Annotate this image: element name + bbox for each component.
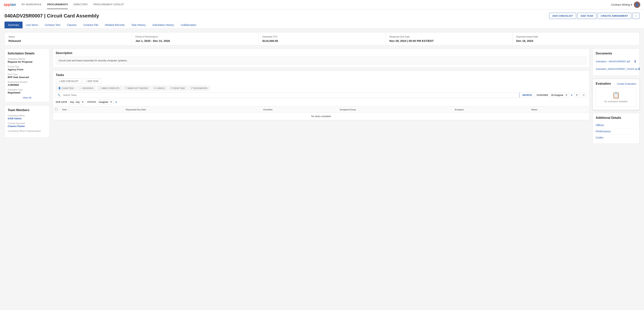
page-header: 040ADV25R0007 | Circuit Card Assembly AD… <box>0 9 644 28</box>
nav-directory[interactable]: DIRECTORY <box>74 0 88 9</box>
main-content: Status Released Period of Performance Ja… <box>0 28 644 147</box>
clear-assignee-icon[interactable]: ✕ <box>570 94 573 97</box>
right-column: Documents Solicitation - 040ADV25R0007.p… <box>592 49 640 144</box>
document-name-1[interactable]: Solicitation - 040ADV25R0007.pdf <box>596 60 630 63</box>
app-logo[interactable]: appian <box>4 2 16 7</box>
contracting-officer-name[interactable]: GAM Admin <box>8 117 46 120</box>
form-type-item: Form Type RFP Sole Sourced <box>8 73 46 79</box>
mark-complete-button[interactable]: ✓ MARK COMPLETE <box>97 86 122 90</box>
description-text: Circuit card and board assembly for secu… <box>56 57 586 64</box>
solicitation-details-card: Solicitation Details Solicitation Method… <box>4 49 50 102</box>
tasks-title: Tasks <box>53 71 589 79</box>
nav-procurements[interactable]: PROCUREMENTS <box>47 0 68 9</box>
avatar-initials: 👤 <box>636 3 638 6</box>
refresh-icon[interactable]: ↺ <box>581 92 586 98</box>
summary-period: Period of Performance Jan 1, 2025 - Dec … <box>132 32 259 45</box>
tab-collaboration[interactable]: Collaboration <box>177 21 200 28</box>
tasks-add-actions: + ADD CHECKLIST + ADD TASK <box>53 79 589 86</box>
response-due-label: Response Due Date <box>389 35 508 38</box>
reassign-icon: ↔ <box>80 87 82 89</box>
tab-related-records[interactable]: Related Records <box>102 21 128 28</box>
award-date-value: Dec 16, 2024 <box>516 39 636 42</box>
claim-task-button[interactable]: 👤 CLAIM TASK <box>56 86 76 90</box>
nav-procurement-copilot[interactable]: PROCUREMENT COPILOT <box>94 0 124 9</box>
task-search-input[interactable] <box>62 93 520 98</box>
page-title: 040ADV25R0007 | Circuit Card Assembly <box>4 13 99 19</box>
mark-not-needed-button[interactable]: ✕ MARK NOT NEEDED <box>123 86 151 90</box>
evaluation-empty: 📋 No evaluation available <box>596 88 636 107</box>
solicitation-type-label: Solicitation Type <box>8 89 46 91</box>
evaluation-title: Evaluation <box>596 82 611 85</box>
select-all-checkbox[interactable] <box>55 108 58 110</box>
form-type-label: Form Type <box>8 73 46 75</box>
status-value: Released <box>8 39 128 42</box>
avatar[interactable]: 👤 <box>634 1 640 8</box>
response-due-value: Nov 29, 2024 | 05:00 PM EST/EDT <box>389 39 508 42</box>
status-select[interactable]: Assigned <box>97 100 114 104</box>
task-col-header[interactable]: Task ↑ <box>60 107 124 113</box>
tab-contract-text[interactable]: Contract Text <box>42 21 64 28</box>
more-actions-button[interactable]: ··· <box>632 13 640 19</box>
create-evaluation-link[interactable]: Create Evaluation <box>617 82 636 85</box>
filter-icon[interactable]: ▼ <box>574 92 580 98</box>
summary-status: Status Released <box>5 32 132 45</box>
contract-specialist-name[interactable]: Charles Parker <box>8 125 46 128</box>
add-task-button[interactable]: ADD TASK <box>577 13 597 19</box>
nav-my-workspace[interactable]: MY WORKSPACE <box>22 0 41 9</box>
contract-specialist-role: Contract Specialist <box>8 122 46 124</box>
download-icon-2[interactable]: ⬇ <box>638 67 640 71</box>
document-item-2: Solicitation_040ADV25R0007_101524.zip ⬇ <box>596 65 636 73</box>
contracting-officer-role: Contracting Officer <box>8 114 46 117</box>
evaluation-empty-text: No evaluation available <box>604 100 628 103</box>
no-tasks-row: No tasks available <box>53 113 589 120</box>
tasks-add-checklist-button[interactable]: + ADD CHECKLIST <box>56 79 81 84</box>
evaluation-empty-icon: 📋 <box>612 92 620 99</box>
assignee-select[interactable]: All Assignee <box>549 93 569 98</box>
page-header-top: 040ADV25R0007 | Circuit Card Assembly AD… <box>4 13 640 19</box>
tcv-value: $110,000.00 <box>262 39 382 42</box>
solicitation-method-item: Solicitation Method Request for Proposal <box>8 58 46 63</box>
description-title: Description <box>53 49 589 55</box>
add-checklist-button[interactable]: ADD CHECKLIST <box>549 13 576 19</box>
additional-details-card: Additional Details Offices Performance C… <box>592 113 640 144</box>
due-date-col-header: Requested Due Date <box>124 107 261 113</box>
requirement-number-value: A1905692 <box>8 83 46 86</box>
header-actions: ADD CHECKLIST ADD TASK CREATE AMENDMENT … <box>549 13 640 19</box>
tab-task-history[interactable]: Task History <box>128 21 149 28</box>
cancel-task-button[interactable]: ⊘ CANCEL <box>152 86 168 90</box>
cor-role: Contracting Officer's Representative <box>8 130 46 132</box>
requirement-number-item: Requirement Number A1905692 <box>8 81 46 86</box>
regenerate-button[interactable]: ↺ REGENERATE <box>188 86 210 90</box>
user-title[interactable]: Contract Writing ▾ <box>611 3 632 6</box>
download-icon-1[interactable]: ⬇ <box>634 60 636 63</box>
assigned-group-col-header: Assigned Group <box>338 107 452 113</box>
description-body: Circuit card and board assembly for secu… <box>53 55 589 67</box>
tasks-add-task-button[interactable]: + ADD TASK <box>83 79 102 84</box>
offices-link[interactable]: Offices <box>596 122 636 128</box>
reassign-button[interactable]: ↔ REASSIGN <box>77 86 96 90</box>
tasks-bar-actions: 👤 CLAIM TASK ↔ REASSIGN ✓ MARK COMPLETE … <box>53 86 589 92</box>
view-all-link[interactable]: View All <box>8 96 46 99</box>
assignee-filter-label: ASSIGNEE <box>536 94 548 96</box>
send-task-button[interactable]: ✉ SEND TASK <box>168 86 187 90</box>
due-date-select[interactable]: Any - Any <box>68 100 85 104</box>
middle-column: Description Circuit card and board assem… <box>52 49 590 144</box>
description-card: Description Circuit card and board assem… <box>52 49 590 67</box>
tab-line-items[interactable]: Line Items <box>22 21 42 28</box>
tab-summary[interactable]: Summary <box>4 21 22 28</box>
performance-link[interactable]: Performance <box>596 128 636 135</box>
task-search-button[interactable]: SEARCH <box>520 93 534 98</box>
top-navigation: appian MY WORKSPACE PROCUREMENTS DIRECTO… <box>0 0 644 9</box>
tab-clauses[interactable]: Clauses <box>64 21 80 28</box>
checkbox-col-header <box>53 107 60 113</box>
task-table: Task ↑ Requested Due Date Checklist Assi… <box>53 106 589 120</box>
document-name-2[interactable]: Solicitation_040ADV25R0007_101524.zip <box>596 68 638 70</box>
send-icon: ✉ <box>171 87 173 89</box>
create-amendment-button[interactable]: CREATE AMENDMENT <box>598 13 631 19</box>
clear-status-icon[interactable]: ✕ <box>115 101 118 104</box>
codes-link[interactable]: Codes <box>596 135 636 141</box>
additional-details-title: Additional Details <box>596 116 636 120</box>
tab-solicitation-history[interactable]: Solicitation History <box>149 21 177 28</box>
tab-contract-file[interactable]: Contract File <box>80 21 102 28</box>
period-value: Jan 1, 2025 - Dec 31, 2026 <box>136 39 255 42</box>
